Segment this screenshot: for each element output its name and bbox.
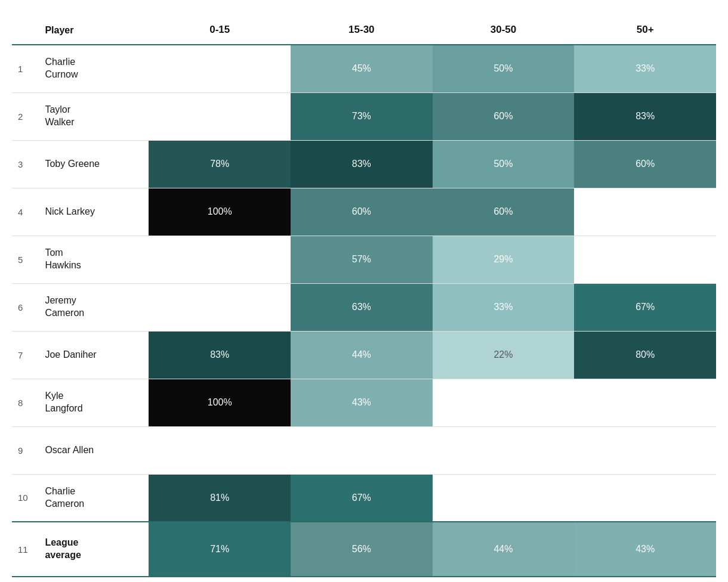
data-cell-3 — [574, 236, 716, 283]
data-cell-1: 57% — [291, 236, 433, 283]
data-cell-0: 78% — [149, 140, 291, 188]
table-row: 9Oscar Allen — [12, 426, 716, 474]
table-row: 2TaylorWalker73%60%83% — [12, 92, 716, 140]
data-cell-0 — [149, 236, 291, 283]
data-cell-3: 80% — [574, 331, 716, 379]
data-cell-3: 33% — [574, 45, 716, 92]
data-cell-1: 45% — [291, 45, 433, 92]
rank-cell: 7 — [12, 331, 38, 379]
data-cell-1: 44% — [291, 331, 433, 379]
data-cell-1: 67% — [291, 474, 433, 522]
player-name: CharlieCameron — [38, 474, 149, 522]
data-cell-2: 60% — [433, 188, 575, 236]
player-name: TaylorWalker — [38, 92, 149, 140]
rank-cell: 9 — [12, 426, 38, 474]
data-cell-2: 29% — [433, 236, 575, 283]
rank-cell: 5 — [12, 236, 38, 283]
player-name: Joe Daniher — [38, 331, 149, 379]
data-cell-1 — [291, 426, 433, 474]
col2-header: 15-30 — [291, 18, 433, 45]
footer-cell-3: 43% — [574, 522, 716, 577]
stats-table: Player 0-15 15-30 30-50 50+ 1CharlieCurn… — [12, 18, 716, 577]
rank-cell: 1 — [12, 45, 38, 92]
player-name: JeremyCameron — [38, 283, 149, 331]
header-row: Player 0-15 15-30 30-50 50+ — [12, 18, 716, 45]
player-name: Oscar Allen — [38, 426, 149, 474]
main-container: Player 0-15 15-30 30-50 50+ 1CharlieCurn… — [0, 0, 728, 582]
data-cell-0 — [149, 283, 291, 331]
rank-cell: 4 — [12, 188, 38, 236]
data-cell-3 — [574, 379, 716, 426]
data-cell-2 — [433, 474, 575, 522]
data-cell-0 — [149, 45, 291, 92]
player-name: KyleLangford — [38, 379, 149, 426]
rank-cell: 6 — [12, 283, 38, 331]
data-cell-3: 67% — [574, 283, 716, 331]
footer-row: 11Leagueaverage71%56%44%43% — [12, 522, 716, 577]
data-cell-2 — [433, 379, 575, 426]
data-cell-3: 60% — [574, 140, 716, 188]
footer-name: Leagueaverage — [38, 522, 149, 577]
rank-header — [12, 18, 38, 45]
player-header: Player — [38, 18, 149, 45]
col4-header: 50+ — [574, 18, 716, 45]
data-cell-0: 81% — [149, 474, 291, 522]
data-cell-0: 100% — [149, 188, 291, 236]
table-row: 10CharlieCameron81%67% — [12, 474, 716, 522]
rank-cell: 10 — [12, 474, 38, 522]
col3-header: 30-50 — [433, 18, 575, 45]
player-name: CharlieCurnow — [38, 45, 149, 92]
footer-rank: 11 — [12, 522, 38, 577]
data-cell-0 — [149, 426, 291, 474]
player-name: Nick Larkey — [38, 188, 149, 236]
data-cell-3: 83% — [574, 92, 716, 140]
table-row: 8KyleLangford100%43% — [12, 379, 716, 426]
table-row: 3Toby Greene78%83%50%60% — [12, 140, 716, 188]
data-cell-1: 63% — [291, 283, 433, 331]
data-cell-2: 22% — [433, 331, 575, 379]
data-cell-3 — [574, 188, 716, 236]
data-cell-0: 100% — [149, 379, 291, 426]
data-cell-1: 43% — [291, 379, 433, 426]
data-cell-0 — [149, 92, 291, 140]
table-row: 6JeremyCameron63%33%67% — [12, 283, 716, 331]
footer-cell-0: 71% — [149, 522, 291, 577]
table-row: 1CharlieCurnow45%50%33% — [12, 45, 716, 92]
rank-cell: 3 — [12, 140, 38, 188]
data-cell-3 — [574, 474, 716, 522]
footer-cell-2: 44% — [433, 522, 575, 577]
player-name: TomHawkins — [38, 236, 149, 283]
data-cell-2: 50% — [433, 140, 575, 188]
data-cell-1: 83% — [291, 140, 433, 188]
player-name: Toby Greene — [38, 140, 149, 188]
col1-header: 0-15 — [149, 18, 291, 45]
table-row: 5TomHawkins57%29% — [12, 236, 716, 283]
data-cell-0: 83% — [149, 331, 291, 379]
data-cell-1: 60% — [291, 188, 433, 236]
data-cell-1: 73% — [291, 92, 433, 140]
data-cell-2 — [433, 426, 575, 474]
table-row: 4Nick Larkey100%60%60% — [12, 188, 716, 236]
rank-cell: 8 — [12, 379, 38, 426]
rank-cell: 2 — [12, 92, 38, 140]
table-row: 7Joe Daniher83%44%22%80% — [12, 331, 716, 379]
footer-cell-1: 56% — [291, 522, 433, 577]
data-cell-2: 33% — [433, 283, 575, 331]
data-cell-2: 60% — [433, 92, 575, 140]
data-cell-2: 50% — [433, 45, 575, 92]
data-cell-3 — [574, 426, 716, 474]
